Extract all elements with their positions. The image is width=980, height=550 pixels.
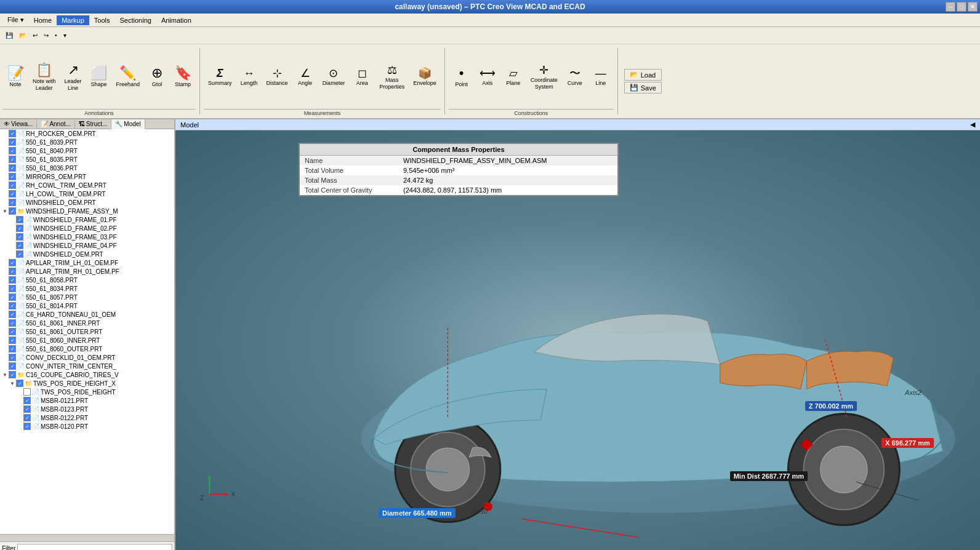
tree-checkbox[interactable]: ✓: [9, 276, 16, 284]
tree-checkbox[interactable]: ✓: [23, 414, 31, 421]
tree-checkbox[interactable]: ✓: [9, 328, 16, 335]
tree-checkbox[interactable]: ✓: [9, 362, 16, 370]
close-button[interactable]: ✕: [968, 2, 978, 12]
horizontal-scrollbar[interactable]: [0, 534, 174, 541]
tree-checkbox[interactable]: ✓: [23, 405, 31, 413]
tree-checkbox[interactable]: ✓: [16, 242, 23, 249]
angle-button[interactable]: ∠ Angle: [292, 46, 318, 109]
summary-button[interactable]: Σ Summary: [204, 46, 236, 109]
tree-checkbox[interactable]: ✓: [9, 354, 16, 361]
menu-home[interactable]: Home: [29, 15, 57, 25]
plane-button[interactable]: ▱ Plane: [500, 46, 526, 109]
tree-item[interactable]: ✓📄WINDSHIELD_FRAME_01.PF: [0, 215, 174, 224]
tree-checkbox[interactable]: ✓: [9, 371, 16, 378]
tree-checkbox[interactable]: ✓: [9, 156, 16, 163]
line-button[interactable]: — Line: [588, 46, 614, 109]
tree-item[interactable]: ✓📄C6_HARD_TONNEAU_01_OEM: [0, 310, 174, 319]
mass-properties-panel[interactable]: Component Mass Properties Name WINDSHIEL…: [299, 143, 619, 196]
tree-checkbox[interactable]: ✓: [9, 311, 16, 318]
tab-model[interactable]: 🔧 Model: [111, 119, 145, 129]
tree-checkbox[interactable]: ✓: [9, 345, 16, 353]
tree-checkbox[interactable]: ✓: [9, 319, 16, 327]
curve-button[interactable]: 〜 Curve: [562, 46, 588, 109]
tree-checkbox[interactable]: ✓: [16, 250, 23, 258]
tree-item[interactable]: ✓📄550_61_8058.PRT: [0, 276, 174, 284]
tree-checkbox[interactable]: ✓: [9, 268, 16, 275]
tree-item[interactable]: ✓📄MIRRORS_OEM.PRT: [0, 172, 174, 181]
tree-item[interactable]: ✓📄LH_COWL_TRIM_OEM.PRT: [0, 189, 174, 198]
mass-properties-button[interactable]: ⚖ MassProperties: [375, 46, 409, 109]
envelope-button[interactable]: 📦 Envelope: [409, 46, 441, 109]
tree-item[interactable]: ✓📄550_61_8060_INNER.PRT: [0, 336, 174, 345]
tree-item[interactable]: ✓📄550_61_8036.PRT: [0, 164, 174, 172]
menu-markup[interactable]: Markup: [57, 15, 89, 25]
tree-item[interactable]: ✓📄WINDSHIELD_FRAME_04.PF: [0, 241, 174, 250]
tree-item[interactable]: ✓📄550_61_8060_OUTER.PRT: [0, 345, 174, 353]
tree-item[interactable]: ✓📄550_61_8040.PRT: [0, 146, 174, 155]
menu-animation[interactable]: Animation: [156, 15, 196, 25]
tab-viewer[interactable]: 👁 Viewa...: [0, 119, 37, 129]
model-viewport[interactable]: Component Mass Properties Name WINDSHIEL…: [175, 130, 980, 550]
tree-item[interactable]: ✓📄MSBR-0122.PRT: [0, 413, 174, 422]
note-button[interactable]: 📝 Note: [2, 46, 28, 109]
toolbar-top-btn-1[interactable]: 💾: [2, 31, 16, 40]
load-button[interactable]: 📂 Load: [624, 69, 662, 81]
maximize-button[interactable]: □: [957, 2, 966, 12]
stamp-button[interactable]: 🔖 Stamp: [170, 46, 196, 109]
tree-checkbox[interactable]: ✓: [9, 337, 16, 344]
gtol-button[interactable]: ⊕ Gtol: [144, 46, 170, 109]
tree-checkbox[interactable]: ✓: [9, 302, 16, 309]
tree-item[interactable]: ✓📄550_61_8034.PRT: [0, 284, 174, 293]
tree-checkbox[interactable]: ✓: [16, 380, 23, 387]
tree-checkbox[interactable]: ✓: [9, 190, 16, 197]
tree-item[interactable]: ✓📄RH_ROCKER_OEM.PRT: [0, 129, 174, 138]
tree-item[interactable]: ✓📄MSBR-0121.PRT: [0, 396, 174, 405]
distance-button[interactable]: ⊹ Distance: [262, 46, 292, 109]
point-button[interactable]: • Point: [449, 46, 475, 109]
axis-button[interactable]: ⟷ Axis: [475, 46, 500, 109]
tree-item[interactable]: ✓📄RH_COWL_TRIM_OEM.PRT: [0, 181, 174, 189]
tree-item[interactable]: ▼✓📁C16_COUPE_CABRIO_TIRES_V: [0, 370, 174, 379]
tree-item[interactable]: 📄TWS_POS_RIDE_HEIGHT: [0, 388, 174, 396]
tree-item[interactable]: ▼✓📁WINDSHIELD_FRAME_ASSY_M: [0, 207, 174, 215]
tree-checkbox[interactable]: ✓: [9, 199, 16, 206]
tree-item[interactable]: ✓📄550_61_8057.PRT: [0, 293, 174, 301]
menu-tools[interactable]: Tools: [89, 15, 115, 25]
save-button[interactable]: 💾 Save: [624, 82, 662, 94]
tree-checkbox[interactable]: ✓: [9, 147, 16, 154]
leader-line-button[interactable]: ↗ LeaderLine: [60, 46, 86, 109]
tree-item[interactable]: ✓📄550_61_8061_INNER.PRT: [0, 319, 174, 327]
tree-item[interactable]: ✓📄WINDSHIELD_FRAME_03.PF: [0, 233, 174, 241]
tree-item[interactable]: ✓📄APILLAR_TRIM_RH_01_OEM.PF: [0, 267, 174, 276]
length-button[interactable]: ↔ Length: [236, 46, 262, 109]
diameter-button[interactable]: ⊙ Diameter: [318, 46, 350, 109]
tree-item[interactable]: ✓📄550_61_8039.PRT: [0, 138, 174, 146]
tree-item[interactable]: ✓📄CONV_DECKLID_01_OEM.PRT: [0, 353, 174, 362]
tree-item[interactable]: ✓📄APILLAR_TRIM_LH_01_OEM.PF: [0, 258, 174, 267]
tree-checkbox[interactable]: ✓: [16, 216, 23, 223]
toolbar-top-btn-5[interactable]: •: [52, 31, 60, 40]
toolbar-top-btn-3[interactable]: ↩: [30, 31, 41, 40]
tree-item[interactable]: ✓📄WINDSHIELD_FRAME_02.PF: [0, 224, 174, 233]
tree-checkbox[interactable]: ✓: [9, 164, 16, 172]
tree-item[interactable]: ✓📄550_61_8035.PRT: [0, 155, 174, 164]
filter-input[interactable]: [17, 544, 172, 550]
tree-checkbox[interactable]: [23, 388, 31, 396]
tree-item[interactable]: ✓📄WINDSHIELD_OEM.PRT: [0, 198, 174, 207]
toolbar-top-btn-6[interactable]: ▾: [60, 31, 70, 40]
tree-checkbox[interactable]: ✓: [23, 423, 31, 430]
shape-button[interactable]: ⬜ Shape: [86, 46, 112, 109]
tree-item[interactable]: ✓📄550_61_8061_OUTER.PRT: [0, 327, 174, 336]
collapse-icon[interactable]: ◀: [970, 121, 975, 129]
tree-item[interactable]: ▼✓📁TWS_POS_RIDE_HEIGHT_X: [0, 379, 174, 388]
tree-checkbox[interactable]: ✓: [9, 181, 16, 189]
tree-checkbox[interactable]: ✓: [16, 225, 23, 232]
tree-checkbox[interactable]: ✓: [9, 173, 16, 180]
menu-file[interactable]: File ▾: [2, 15, 29, 25]
freehand-button[interactable]: ✏️ Freehand: [112, 46, 145, 109]
tree-item[interactable]: ✓📄MSBR-0123.PRT: [0, 405, 174, 413]
toolbar-top-btn-4[interactable]: ↪: [41, 31, 52, 40]
coordinate-system-button[interactable]: ✛ CoordinateSystem: [526, 46, 562, 109]
tree-checkbox[interactable]: ✓: [9, 207, 16, 215]
toolbar-top-btn-2[interactable]: 📂: [16, 31, 30, 40]
